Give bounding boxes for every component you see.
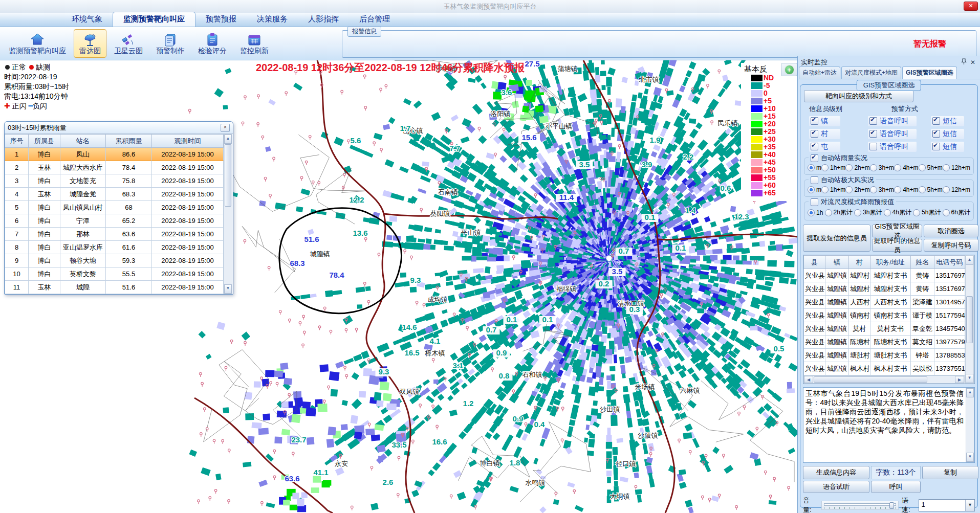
contact-table-row[interactable]: 兴业县城隍镇陈塘村陈塘村支书莫文绍1397757966 xyxy=(804,336,965,349)
toolbar-item-检验评分[interactable]: 检验评分 xyxy=(192,29,232,58)
rain-table-row[interactable]: 4玉林城隍金党68.32022-08-19 15:00 xyxy=(5,188,224,201)
cancel-select-button[interactable]: 取消圈选 xyxy=(924,225,978,237)
rain-table-row[interactable]: 2玉林城隍大西水库78.42022-08-19 15:00 xyxy=(5,161,224,174)
rain-col-header[interactable]: 观测时间 xyxy=(152,135,224,148)
scroll-down-icon[interactable]: ▼ xyxy=(224,284,232,294)
scroll-down-icon[interactable]: ▼ xyxy=(966,374,973,383)
menu-tab-人影指挥[interactable]: 人影指挥 xyxy=(298,12,349,27)
toolbar-item-预警制作[interactable]: 预警制作 xyxy=(150,29,190,58)
contact-table-row[interactable]: 兴业县城隍镇大西村大西村支书梁泽建1301495711 xyxy=(804,296,965,309)
rain-table-row[interactable]: 8博白亚山温罗水库61.62022-08-19 15:00 xyxy=(5,241,224,254)
radio-option-12h+m[interactable]: 12h+m xyxy=(943,186,970,193)
radio-option-1h[interactable]: 1h xyxy=(808,209,823,216)
radio-option-3h+m[interactable]: 3h+m xyxy=(870,186,894,193)
copy-numbers-button[interactable]: 复制呼叫号码 xyxy=(924,239,978,252)
voice-audition-button[interactable]: 语音试听 xyxy=(803,481,869,493)
radio-option-4h+m[interactable]: 4h+m xyxy=(894,164,918,171)
radio-option-3h+m[interactable]: 3h+m xyxy=(870,164,894,171)
copy-button[interactable]: 复制 xyxy=(922,466,978,479)
rain-table-row[interactable]: 7博白那林63.62022-08-19 15:00 xyxy=(5,228,224,241)
scroll-up-icon[interactable]: ▲ xyxy=(224,135,232,144)
contact-col-header[interactable]: 县 xyxy=(804,256,825,269)
scroll-thumb[interactable] xyxy=(966,296,973,343)
generate-message-button[interactable]: 生成信息内容 xyxy=(803,466,869,479)
rain-table-scrollbar[interactable]: ▲ ▼ xyxy=(224,134,232,294)
contact-col-header[interactable]: 镇 xyxy=(825,256,849,269)
radio-option-5h累计[interactable]: 5h累计 xyxy=(913,208,941,217)
contact-table-vscrollbar[interactable]: ▲ ▼ xyxy=(965,255,974,384)
radio-option-2h+m[interactable]: 2h+m xyxy=(845,164,869,171)
toolbar-item-监测预警靶向叫应[interactable]: 监测预警靶向叫应 xyxy=(3,29,72,58)
toolbar-item-监控刷新[interactable]: 监控刷新 xyxy=(234,29,274,58)
slider-thumb[interactable] xyxy=(889,502,894,509)
level-checkbox-屯[interactable]: 屯 xyxy=(809,142,840,152)
radio-option-1h+m[interactable]: 1h+m xyxy=(821,186,845,193)
rain-table-row[interactable]: 6博白宁潭65.22022-08-19 15:00 xyxy=(5,214,224,228)
voice-call-checkbox[interactable]: 语音呼叫 xyxy=(868,142,917,152)
rain-table-row[interactable]: 11玉林城隍51.62022-08-19 15:00 xyxy=(5,281,224,294)
forecast-checkbox[interactable] xyxy=(811,198,818,206)
scroll-thumb[interactable] xyxy=(814,376,927,383)
radio-option-3h累计[interactable]: 3h累计 xyxy=(854,208,882,217)
contact-table-row[interactable]: 兴业县城隍镇城隍村城隍村支书黄铸1351769755 xyxy=(804,282,965,296)
panel-tab-自动站+雷达[interactable]: 自动站+雷达 xyxy=(799,66,840,79)
menu-tab-监测预警靶向叫应[interactable]: 监测预警靶向叫应 xyxy=(113,12,195,27)
panel-close-icon[interactable]: ✕ xyxy=(969,59,977,66)
radio-option-m[interactable]: m xyxy=(808,164,821,171)
contact-table-row[interactable]: 兴业县城隍镇城隍村城隍村支书黄铸1351769755 xyxy=(804,269,965,282)
menu-tab-环境气象[interactable]: 环境气象 xyxy=(61,12,113,27)
level-checkbox-村[interactable]: 村 xyxy=(809,129,840,139)
radio-option-12h+m[interactable]: 12h+m xyxy=(943,164,970,171)
sms-checkbox[interactable]: 短信 xyxy=(931,116,964,126)
call-level-mode-button[interactable]: 靶向叫应的级别和方式 xyxy=(804,90,913,102)
scroll-thumb[interactable] xyxy=(225,144,231,207)
menu-tab-预警预报[interactable]: 预警预报 xyxy=(195,12,247,27)
sms-checkbox[interactable]: 短信 xyxy=(931,142,964,152)
radio-option-2h累计[interactable]: 2h累计 xyxy=(825,208,853,217)
rain-window-close-icon[interactable]: × xyxy=(221,124,230,132)
panel-tab-对流尺度模式+地图[interactable]: 对流尺度模式+地图 xyxy=(841,66,901,79)
legend-plus-button[interactable]: + xyxy=(781,63,797,76)
message-scrollbar[interactable]: ▲ ▼ xyxy=(966,388,974,462)
window-close-button[interactable]: ✕ xyxy=(964,2,978,11)
toolbar-item-卫星云图[interactable]: 卫星云图 xyxy=(108,29,148,58)
contact-table-hscrollbar[interactable]: ◀ ▶ xyxy=(803,375,965,384)
level-checkbox-镇[interactable]: 镇 xyxy=(809,116,840,126)
contact-col-header[interactable]: 姓名 xyxy=(911,256,934,269)
rain-col-header[interactable]: 序号 xyxy=(5,135,29,148)
gis-select-button[interactable]: GIS预警区域圈选 xyxy=(872,225,922,237)
menu-tab-决策服务[interactable]: 决策服务 xyxy=(247,12,298,27)
radio-option-5h+m[interactable]: 5h+m xyxy=(919,164,943,171)
extract-call-button[interactable]: 提取呼叫的信息员 xyxy=(872,239,922,252)
rain-table-row[interactable]: 1博白凤山86.62022-08-19 15:00 xyxy=(5,148,224,161)
wind-live-checkbox[interactable] xyxy=(811,176,818,184)
rain-table-row[interactable]: 5博白凤山镇凤山村682022-08-19 15:00 xyxy=(5,201,224,214)
menu-tab-后台管理[interactable]: 后台管理 xyxy=(349,12,400,27)
rain-window-titlebar[interactable]: 03时~15时累积雨量 × xyxy=(5,122,233,134)
radio-option-m[interactable]: m xyxy=(808,186,821,193)
chevron-down-icon[interactable]: ▼ xyxy=(965,500,974,511)
message-textarea[interactable]: 玉林市气象台19日5时15分发布暴雨橙色预警信号：4时以来兴业县城隍大西水库已出… xyxy=(803,387,975,463)
rain-table-row[interactable]: 10博白英桥文黎55.52022-08-19 15:00 xyxy=(5,267,224,281)
rain-col-header[interactable]: 站名 xyxy=(60,135,106,148)
rain-table-row[interactable]: 3博白文地姜充75.82022-08-19 15:00 xyxy=(5,174,224,188)
radio-option-5h+m[interactable]: 5h+m xyxy=(919,186,943,193)
call-button[interactable]: 呼叫 xyxy=(871,481,921,493)
voice-call-checkbox[interactable]: 语音呼叫 xyxy=(868,116,917,126)
radio-option-4h+m[interactable]: 4h+m xyxy=(894,186,918,193)
voice-call-checkbox[interactable]: 语音呼叫 xyxy=(868,129,917,139)
contact-table-row[interactable]: 兴业县城隍镇枫木村枫木村支书吴以悦1373755115 xyxy=(804,362,965,375)
toolbar-item-雷达图[interactable]: 雷达图 xyxy=(74,29,106,58)
volume-slider[interactable] xyxy=(821,501,899,510)
sms-checkbox[interactable]: 短信 xyxy=(931,129,964,139)
radio-option-2h+m[interactable]: 2h+m xyxy=(845,186,869,193)
rain-live-checkbox[interactable] xyxy=(811,154,818,162)
radio-option-6h累计[interactable]: 6h累计 xyxy=(943,208,970,217)
speed-combobox[interactable]: 1 ▼ xyxy=(919,499,975,511)
rain-col-header[interactable]: 所属县 xyxy=(29,135,60,148)
panel-tab-GIS预警区域圈选[interactable]: GIS预警区域圈选 xyxy=(902,66,957,79)
extract-sms-button[interactable]: 提取发短信的信息员 xyxy=(803,225,870,252)
radar-map-area[interactable]: 沙塘镇蒲塘镇北市镇洛阳镇小平山镇民乐镇山心镇石南镇葵阳镇平山镇城隍镇福绵镇清水口… xyxy=(0,60,797,513)
contact-col-header[interactable]: 电话号码 xyxy=(934,256,965,269)
radio-option-4h累计[interactable]: 4h累计 xyxy=(884,208,911,217)
